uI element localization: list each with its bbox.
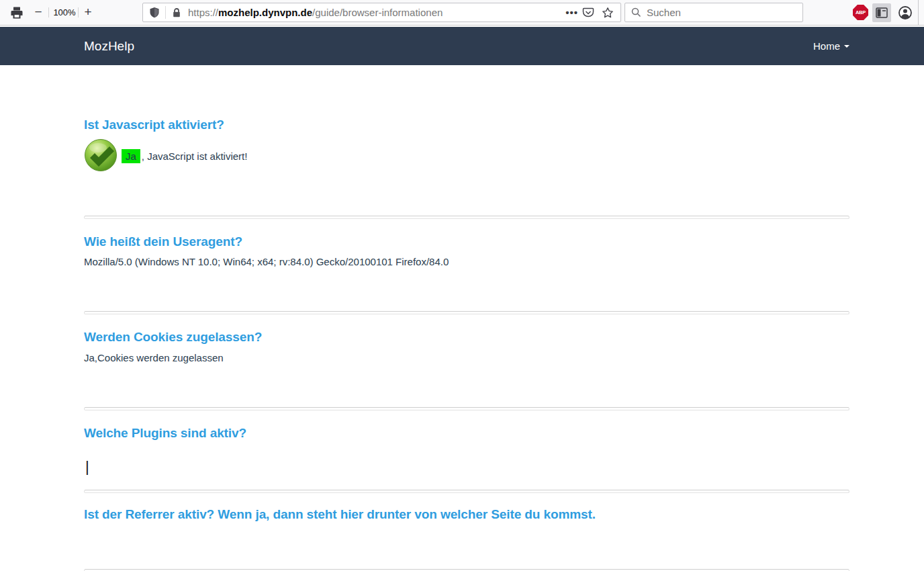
url-domain: mozhelp.dynvpn.de: [218, 7, 312, 18]
cookies-status-text: Ja,Cookies werden zugelassen: [84, 352, 849, 364]
zoom-level[interactable]: 100%: [52, 0, 77, 25]
tracking-protection-shield-icon[interactable]: [149, 7, 160, 19]
search-icon: [631, 7, 641, 17]
ja-badge: Ja: [122, 149, 140, 163]
useragent-value: Mozilla/5.0 (Windows NT 10.0; Win64; x64…: [84, 256, 849, 268]
account-button[interactable]: [897, 5, 913, 21]
lock-icon: [172, 7, 181, 18]
section-heading-cookies: Werden Cookies zugelassen?: [84, 329, 849, 345]
adblock-plus-icon[interactable]: ABP: [853, 5, 868, 20]
pocket-icon[interactable]: [582, 7, 594, 19]
section-useragent: Wie heißt dein Useragent? Mozilla/5.0 (W…: [84, 234, 849, 314]
search-bar[interactable]: [625, 3, 803, 22]
section-javascript: Ist Javascript aktiviert?: [84, 117, 849, 219]
account-person-icon: [898, 5, 913, 20]
urlbar-separator: [165, 6, 166, 19]
nav-item-home[interactable]: Home: [813, 27, 849, 65]
section-heading-javascript: Ist Javascript aktiviert?: [84, 117, 849, 132]
page-content: Ist Javascript aktiviert?: [0, 65, 924, 571]
zoom-in-button[interactable]: +: [81, 0, 95, 24]
section-referrer: Ist der Referrer aktiv? Wenn ja, dann st…: [84, 507, 849, 571]
section-divider: [84, 407, 849, 410]
brand-mozhelp[interactable]: MozHelp: [84, 27, 134, 65]
section-heading-plugins: Welche Plugins sind aktiv?: [84, 425, 849, 441]
search-input[interactable]: [647, 7, 781, 18]
url-scheme: https://: [188, 7, 218, 18]
browser-toolbar: − 100% + https://mozhelp.dynvpn.de/guide…: [0, 0, 924, 26]
section-plugins: Welche Plugins sind aktiv? |: [84, 425, 849, 493]
section-divider: [84, 490, 849, 493]
toolbar-separator: [78, 7, 79, 17]
page-actions-button[interactable]: •••: [565, 7, 578, 18]
site-navbar: MozHelp Home: [0, 27, 924, 65]
section-divider: [84, 216, 849, 219]
nav-home-label: Home: [813, 27, 840, 65]
section-heading-referrer: Ist der Referrer aktiv? Wenn ja, dann st…: [84, 507, 849, 522]
bookmark-star-icon[interactable]: [602, 7, 614, 19]
print-button[interactable]: [9, 5, 24, 20]
url-bar[interactable]: https://mozhelp.dynvpn.de/guide/browser-…: [142, 3, 621, 22]
printer-icon: [10, 6, 24, 19]
toolbar-separator: [48, 7, 49, 17]
sidebar-icon: [876, 7, 888, 18]
sidebar-toggle-button[interactable]: [872, 3, 891, 22]
section-cookies: Werden Cookies zugelassen? Ja,Cookies we…: [84, 329, 849, 410]
caret-down-icon: [844, 45, 849, 48]
javascript-status-text: , JavaScript ist aktiviert!: [142, 150, 248, 162]
url-text[interactable]: https://mozhelp.dynvpn.de/guide/browser-…: [188, 7, 565, 18]
window-edge-divider: [918, 0, 919, 25]
section-divider: [84, 311, 849, 314]
green-checkmark-icon: [84, 138, 119, 173]
section-heading-useragent: Wie heißt dein Useragent?: [84, 234, 849, 249]
url-path: /guide/browser-informationen: [312, 7, 443, 18]
zoom-out-button[interactable]: −: [32, 0, 45, 24]
javascript-status-row: Ja , JavaScript ist aktiviert!: [84, 140, 849, 172]
plugins-empty-cursor: |: [85, 459, 849, 474]
